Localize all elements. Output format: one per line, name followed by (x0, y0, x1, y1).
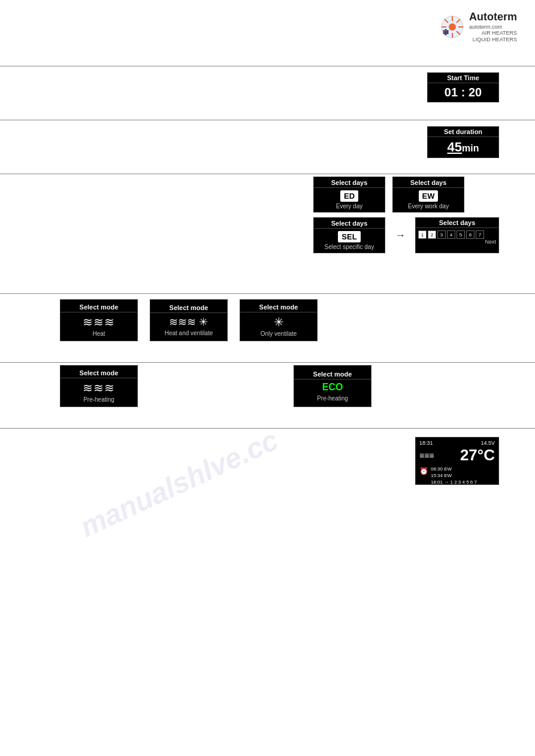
watermark: manualshlve.cc (75, 423, 283, 544)
preheat-heat-sublabel: Pre-heating (83, 396, 114, 405)
logo-url: autoterm.com (469, 24, 517, 31)
status-schedule-lines: 08:30 EW 15:34 EW 18:01 → 1 2 3 4 5 6 7 (431, 466, 477, 486)
autoterm-logo-icon: ❄ (440, 15, 464, 39)
every-day-badge: ED (340, 190, 358, 202)
mode-heat-label: Select mode (61, 302, 137, 312)
status-screen: 18:31 14.5V ≡≡≡ 27°C ⏰ 08:30 EW 15:34 EW… (415, 437, 499, 485)
days-expanded-display: Select days 1 2 3 4 5 6 7 Next (415, 217, 499, 253)
clock-icon: ⏰ (419, 467, 428, 475)
mode-ventilate-display: Select mode ✳ Only ventilate (240, 299, 318, 341)
mode-vent-sublabel: Only ventilate (261, 330, 297, 339)
day-7[interactable]: 7 (476, 230, 484, 239)
svg-text:❄: ❄ (442, 28, 449, 37)
select-days-label-1: Select days (314, 178, 385, 188)
every-workday-badge: EW (419, 190, 439, 202)
start-time-label: Start Time (428, 73, 498, 83)
svg-point-1 (449, 23, 456, 31)
ventilate-icon: ✳ (274, 312, 284, 330)
mode-heat-sublabel: Heat (92, 330, 105, 339)
preheat-heat-icon: ≋≋≋ (83, 378, 115, 396)
status-schedule-block: ⏰ 08:30 EW 15:34 EW 18:01 → 1 2 3 4 5 6 … (419, 466, 495, 486)
start-time-section: Start Time 01 : 20 (427, 72, 499, 102)
mode-heatvent-sublabel: Heat and ventilate (165, 330, 213, 338)
days-next-label: Next (416, 239, 498, 246)
every-day-display: Select days ED Every day (313, 177, 385, 212)
duration-unit: min (462, 143, 479, 153)
status-heat-icon: ≡≡≡ (419, 451, 434, 460)
select-days-section: Select days ED Every day Select days EW … (313, 177, 499, 253)
mode-vent-label: Select mode (240, 302, 317, 312)
duration-value: 45min (443, 137, 484, 157)
select-specific-sublabel: Select specific day (325, 244, 374, 252)
heat-ventilate-icon: ≋≋≋ ✳ (169, 313, 208, 330)
day-numbers-row: 1 2 3 4 5 6 7 (416, 228, 498, 239)
duration-section: Set duration 45min (427, 126, 499, 158)
logo-tagline1: AIR HEATERSLIQUID HEATERS (469, 30, 517, 43)
divider-3 (0, 174, 535, 174)
every-day-sublabel: Every day (336, 203, 362, 211)
start-time-value: 01 : 20 (440, 83, 486, 102)
preheat-eco-label: Select mode (294, 369, 371, 379)
status-section: 18:31 14.5V ≡≡≡ 27°C ⏰ 08:30 EW 15:34 EW… (415, 437, 499, 485)
eco-icon: ECO (322, 379, 343, 395)
preheat-section: Select mode ≋≋≋ Pre-heating Select mode … (60, 365, 371, 407)
status-top-row: 18:31 14.5V (419, 440, 495, 446)
mode-heatvent-label: Select mode (150, 303, 227, 313)
schedule-line-3: 18:01 → 1 2 3 4 5 6 7 (431, 479, 477, 485)
schedule-line-1: 08:30 EW (431, 466, 477, 472)
divider-6 (0, 428, 535, 429)
duration-label: Set duration (428, 127, 498, 137)
day-1[interactable]: 1 (418, 230, 427, 239)
days-row-2: Select days SEL Select specific day → Se… (313, 217, 499, 253)
duration-number: 45 (448, 139, 462, 154)
day-6[interactable]: 6 (466, 230, 474, 239)
day-5[interactable]: 5 (457, 230, 465, 239)
mode-heat-ventilate-display: Select mode ≋≋≋ ✳ Heat and ventilate (150, 299, 228, 341)
day-2[interactable]: 2 (428, 230, 436, 239)
every-workday-display: Select days EW Every work day (392, 177, 464, 212)
days-row-1: Select days ED Every day Select days EW … (313, 177, 499, 212)
divider-1 (0, 66, 535, 66)
preheat-heat-label: Select mode (61, 368, 137, 378)
day-4[interactable]: 4 (447, 230, 455, 239)
status-temp: 27°C (460, 446, 495, 464)
select-mode-section: Select mode ≋≋≋ Heat Select mode ≋≋≋ ✳ H… (60, 299, 318, 341)
select-days-label-2: Select days (393, 178, 464, 188)
status-time: 18:31 (419, 440, 433, 446)
schedule-line-2: 15:34 EW (431, 472, 477, 479)
mode-heat-display: Select mode ≋≋≋ Heat (60, 299, 138, 341)
select-specific-badge: SEL (338, 231, 360, 242)
logo-area: ❄ Autoterm autoterm.com AIR HEATERSLIQUI… (440, 11, 517, 43)
divider-5 (0, 362, 535, 363)
duration-display: Set duration 45min (427, 126, 499, 158)
every-workday-sublabel: Every work day (408, 203, 449, 211)
select-specific-display: Select days SEL Select specific day (313, 217, 385, 253)
heat-icon: ≋≋≋ (83, 312, 115, 330)
preheat-eco-display: Select mode ECO Pre-heating (294, 365, 371, 407)
start-time-display: Start Time 01 : 20 (427, 72, 499, 102)
days-arrow-icon: → (392, 229, 408, 242)
select-days-label-4: Select days (416, 218, 498, 228)
logo-text-block: Autoterm autoterm.com AIR HEATERSLIQUID … (469, 11, 517, 43)
divider-4 (0, 293, 535, 294)
divider-2 (0, 120, 535, 120)
preheat-heat-display: Select mode ≋≋≋ Pre-heating (60, 365, 138, 407)
logo-name: Autoterm (469, 11, 517, 24)
status-voltage: 14.5V (480, 440, 495, 446)
select-days-label-3: Select days (314, 218, 385, 229)
preheat-eco-sublabel: Pre-heating (317, 395, 348, 403)
day-3[interactable]: 3 (437, 230, 446, 239)
